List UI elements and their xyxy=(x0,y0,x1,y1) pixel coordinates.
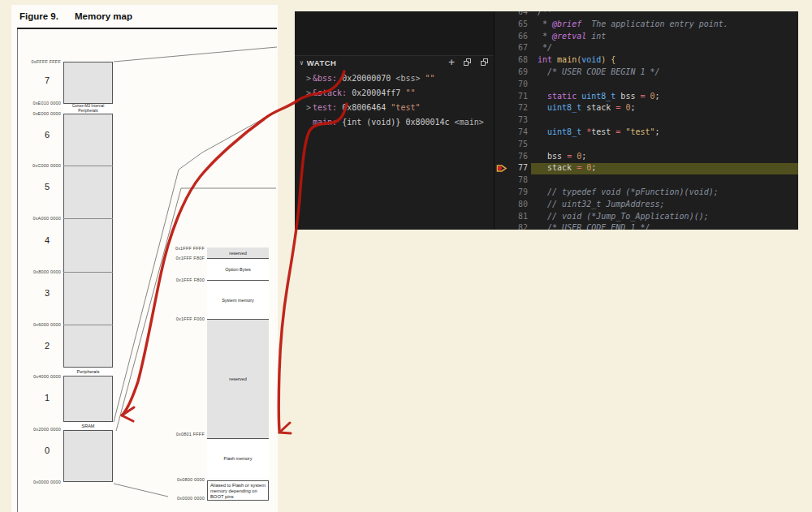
region-number: 4 xyxy=(41,235,54,245)
code-text: /* USER CODE BEGIN 1 */ xyxy=(538,67,660,79)
watch-expression-value: <bss> xyxy=(395,74,425,83)
memory-address-label: 0x4000 0000 xyxy=(6,374,61,379)
region-number: 0 xyxy=(41,445,54,455)
line-number[interactable]: 77 xyxy=(510,162,528,174)
watch-expression-value: 0x20000070 xyxy=(337,74,395,83)
line-number[interactable]: 73 xyxy=(510,114,528,127)
line-number[interactable]: 67 xyxy=(510,42,528,54)
line-number[interactable]: 76 xyxy=(510,151,528,163)
line-number[interactable]: 72 xyxy=(510,102,528,114)
figure-number: Figure 9. xyxy=(19,11,58,21)
region-number: 6 xyxy=(41,130,54,140)
figure-title-rule xyxy=(17,28,277,29)
memory-address-label: 0x0801 FFFF xyxy=(150,432,205,437)
line-number[interactable]: 79 xyxy=(510,187,528,199)
figure-name: Memory map xyxy=(75,11,132,21)
watch-actions: + xyxy=(448,58,489,67)
composite-screenshot: { "colors": { "annotation_red": "#bb150b… xyxy=(0,0,812,512)
watch-expression-value: {int (void)} 0x800014c xyxy=(337,118,455,127)
watch-expression-row[interactable]: main: {int (void)} 0x800014c <main> xyxy=(295,115,494,130)
code-line[interactable]: 80 // uint32_t JumpAddress; xyxy=(494,199,798,211)
line-number[interactable]: 78 xyxy=(510,174,528,187)
watch-expression-row[interactable]: >&bss: 0x20000070 <bss> "" xyxy=(295,71,494,86)
code-line[interactable]: 66 * @retval int xyxy=(494,31,798,43)
line-number[interactable]: 75 xyxy=(510,139,528,151)
memory-address-label: 0x1FFF F800 xyxy=(150,278,205,282)
code-text: * @brief The application entry point. xyxy=(538,19,728,31)
code-line[interactable]: 64/** xyxy=(494,11,798,19)
code-line[interactable]: 74 uint8_t *test = "test"; xyxy=(494,127,798,139)
detail-block-reserved: reserved xyxy=(207,319,269,438)
line-number[interactable]: 71 xyxy=(510,91,528,103)
code-line[interactable]: 72 uint8_t stack = 0; xyxy=(494,102,798,114)
line-number[interactable]: 81 xyxy=(510,211,528,223)
line-number[interactable]: 66 xyxy=(510,31,528,43)
memory-block-cortex-peripherals: Cortex-M3 Internal Peripherals xyxy=(63,103,113,114)
code-line[interactable]: 70 xyxy=(494,79,798,91)
debug-current-line-icon[interactable] xyxy=(496,164,508,173)
line-number[interactable]: 69 xyxy=(510,67,528,79)
detail-block-flash-memory: Flash memory xyxy=(207,438,269,478)
watch-expression-row[interactable]: >&stack: 0x20004ff7 "" xyxy=(295,86,494,101)
vscode-debug-screenshot: ∨ WATCH + >&bss: 0x20000070 <bss> "">&st… xyxy=(295,11,798,230)
collapse-all-icon[interactable] xyxy=(464,58,472,67)
code-line[interactable]: 82 /* USER CODE END 1 */ xyxy=(494,222,798,230)
watch-panel-title: WATCH xyxy=(307,58,337,67)
line-number[interactable]: 74 xyxy=(510,127,528,139)
expand-chevron-icon[interactable]: > xyxy=(306,71,313,86)
watch-expression-row[interactable]: >test: 0x8006464 "test" xyxy=(295,101,494,115)
code-line[interactable]: 68int main(void) { xyxy=(494,54,798,67)
code-text: // void (*Jump_To_Application)(); xyxy=(538,211,709,223)
watch-expression-value: "" xyxy=(425,74,434,83)
debug-sidebar-empty-area xyxy=(295,11,494,56)
code-line[interactable]: 75 xyxy=(494,139,798,151)
code-line[interactable]: 73 xyxy=(494,114,798,127)
region-divider xyxy=(63,166,113,166)
code-text: uint8_t stack = 0; xyxy=(538,102,635,114)
code-line[interactable]: 78 xyxy=(494,174,798,187)
memory-address-label: 0x2000 0000 xyxy=(6,427,61,432)
line-number[interactable]: 68 xyxy=(510,54,528,67)
memory-address-label: 0x0000 0000 xyxy=(6,480,61,484)
memory-address-label: 0xA000 0000 xyxy=(6,216,61,221)
code-text: * @retval int xyxy=(538,31,606,43)
code-text: int main(void) { xyxy=(538,54,615,67)
expand-chevron-icon[interactable]: > xyxy=(306,86,313,101)
line-number[interactable]: 80 xyxy=(510,199,528,211)
line-number[interactable]: 64 xyxy=(510,11,528,19)
code-text: uint8_t *test = "test"; xyxy=(538,127,660,139)
code-text: /** xyxy=(538,11,552,19)
debug-sidebar: ∨ WATCH + >&bss: 0x20000070 <bss> "">&st… xyxy=(295,11,494,230)
line-number[interactable]: 82 xyxy=(510,222,528,230)
code-line[interactable]: 79 // typedef void (*pFunction)(void); xyxy=(494,187,798,199)
detail-block-option-bytes: Option Bytes xyxy=(207,258,269,280)
remove-all-expressions-icon[interactable] xyxy=(481,58,489,67)
memory-address-label: 0x1FFF F80F xyxy=(150,256,205,260)
code-line[interactable]: 77 stack = 0; xyxy=(494,162,798,174)
region-number: 3 xyxy=(41,288,54,298)
line-number[interactable]: 70 xyxy=(510,79,528,91)
code-text: // uint32_t JumpAddress; xyxy=(538,199,665,211)
region-number: 7 xyxy=(41,75,54,85)
line-number[interactable]: 65 xyxy=(510,19,528,31)
code-editor: 64/**65 * @brief The application entry p… xyxy=(494,11,798,230)
code-text: stack = 0; xyxy=(538,162,596,174)
memory-address-label: 0x1FFF FFFF xyxy=(150,246,205,251)
memory-address-label: 0x0800 0000 xyxy=(150,477,205,482)
memory-block-peripherals: Peripherals xyxy=(63,367,113,376)
chevron-down-icon[interactable]: ∨ xyxy=(300,59,304,67)
watch-panel-header[interactable]: ∨ WATCH + xyxy=(295,55,494,70)
expand-chevron-icon[interactable]: > xyxy=(306,101,313,115)
code-line[interactable]: 69 /* USER CODE BEGIN 1 */ xyxy=(494,67,798,79)
code-text: bss = 0; xyxy=(538,151,586,163)
code-line[interactable]: 81 // void (*Jump_To_Application)(); xyxy=(494,211,798,223)
code-line[interactable]: 65 * @brief The application entry point. xyxy=(494,19,798,31)
code-line[interactable]: 71 static uint8_t bss = 0; xyxy=(494,91,798,103)
watch-expression-value: 0x20004ff7 xyxy=(347,88,405,97)
memory-address-label: 0x6000 0000 xyxy=(6,322,61,327)
code-line[interactable]: 76 bss = 0; xyxy=(494,151,798,163)
code-text: /* USER CODE END 1 */ xyxy=(538,222,650,230)
add-expression-icon[interactable]: + xyxy=(448,58,455,67)
code-line[interactable]: 67 */ xyxy=(494,42,798,54)
detail-block-system-memory: System memory xyxy=(207,280,269,319)
